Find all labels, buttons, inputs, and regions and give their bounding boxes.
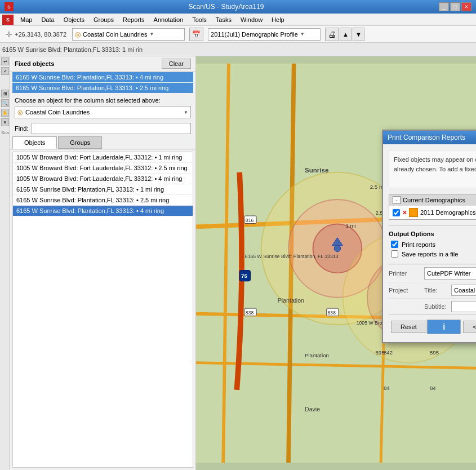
printer-select[interactable]: CutePDF Writer ▼ bbox=[424, 267, 476, 280]
app-logo: S bbox=[2, 15, 14, 25]
menu-tools[interactable]: Tools bbox=[188, 15, 211, 24]
source-layer-label: Choose an object for the column slot sel… bbox=[15, 97, 191, 104]
clear-button[interactable]: Clear bbox=[162, 59, 191, 69]
object-item-5[interactable]: 6165 W Sunrise Blvd: Plantation,FL 33313… bbox=[13, 206, 193, 216]
print-btn[interactable]: 🖨 bbox=[325, 28, 339, 41]
fixed-item-0[interactable]: 6165 W Sunrise Blvd: Plantation,FL 33313… bbox=[12, 72, 193, 82]
tab-objects[interactable]: Objects bbox=[12, 136, 57, 149]
location-dropdown-arrow: ▼ bbox=[149, 32, 154, 37]
zoom-btn[interactable]: 🔍 bbox=[1, 99, 9, 107]
find-input[interactable] bbox=[32, 123, 191, 134]
svg-text:1 mi: 1 mi bbox=[345, 223, 355, 229]
reports-section: - Current Demographics ✕ ... 2011 Demogr… bbox=[389, 194, 476, 220]
tabs-row: Objects Groups bbox=[10, 136, 195, 149]
print-dialog: Print Comparison Reports ✕ Fixed objects… bbox=[382, 130, 476, 343]
source-layer-arrow: ▼ bbox=[184, 110, 188, 115]
dialog-intro: Fixed objects may appear on every page f… bbox=[389, 150, 476, 188]
section-expand-btn[interactable]: - bbox=[393, 196, 401, 204]
report-checkbox-0[interactable] bbox=[393, 209, 400, 216]
maximize-button[interactable]: □ bbox=[450, 2, 460, 11]
menu-tasks[interactable]: Tasks bbox=[211, 15, 236, 24]
object-list: 1005 W Broward Blvd: Fort Lauderdale,FL … bbox=[12, 152, 193, 468]
fixed-objects-title: Fixed objects bbox=[15, 60, 54, 67]
menu-bar: S Map Data Objects Groups Reports Annota… bbox=[0, 14, 476, 26]
section-header: - Current Demographics bbox=[389, 194, 476, 206]
object-item-2[interactable]: 1005 W Broward Blvd: Fort Lauderdale,FL … bbox=[13, 174, 193, 184]
print-reports-checkbox[interactable] bbox=[391, 241, 398, 248]
tab-groups[interactable]: Groups bbox=[58, 136, 102, 149]
toolbar-action-btns: 🖨 ▲ ▼ bbox=[325, 28, 364, 41]
content-area: ↩ ✓ ⊞ 🔍 ✋ ≡ Sca Fixed objects Clear 6165… bbox=[0, 56, 476, 470]
svg-text:Sunrise: Sunrise bbox=[305, 167, 329, 174]
toolbar-icons: 📅 bbox=[189, 28, 203, 41]
save-reports-row: Save reports in a file bbox=[389, 250, 476, 258]
report-list-area: - Current Demographics ✕ ... 2011 Demogr… bbox=[389, 194, 476, 225]
subtitle-input[interactable] bbox=[451, 301, 476, 312]
source-layer-section: Choose an object for the column slot sel… bbox=[10, 94, 195, 121]
printer-row: Printer CutePDF Writer ▼ ⚙ bbox=[389, 264, 476, 282]
report-section-row: - Current Demographics ✕ ... 2011 Demogr… bbox=[389, 194, 476, 225]
source-layer-dropdown[interactable]: ◎ Coastal Coin Laundries ▼ bbox=[15, 106, 191, 118]
reset-button[interactable]: Reset bbox=[391, 321, 426, 333]
svg-text:838: 838 bbox=[246, 310, 254, 316]
object-item-3[interactable]: 6165 W Sunrise Blvd: Plantation,FL 33313… bbox=[13, 184, 193, 195]
minimize-button[interactable]: _ bbox=[439, 2, 449, 11]
svg-text:Plantation: Plantation bbox=[278, 297, 304, 304]
menu-help[interactable]: Help bbox=[267, 15, 289, 24]
location-text: Coastal Coin Laundries bbox=[83, 31, 147, 38]
fixed-items-list: 6165 W Sunrise Blvd: Plantation,FL 33313… bbox=[10, 72, 195, 94]
menu-reports[interactable]: Reports bbox=[118, 15, 149, 24]
close-button[interactable]: ✕ bbox=[461, 2, 471, 11]
svg-text:595: 595 bbox=[375, 349, 384, 356]
address-bar: 6165 W Sunrise Blvd: Plantation,FL 33313… bbox=[0, 43, 476, 56]
object-item-1[interactable]: 1005 W Broward Blvd: Fort Lauderdale,FL … bbox=[13, 163, 193, 174]
pan-btn[interactable]: ✋ bbox=[1, 109, 9, 117]
project-label: Project bbox=[389, 287, 420, 294]
object-item-0[interactable]: 1005 W Broward Blvd: Fort Lauderdale,FL … bbox=[13, 152, 193, 163]
dialog-footer: Reset i < Back Next > ⊕ Print Close bbox=[389, 314, 476, 336]
info-button[interactable]: i bbox=[427, 320, 461, 334]
title-bar: S Scan/US - StudyArea119 _ □ ✕ bbox=[0, 0, 476, 14]
object-item-4[interactable]: 6165 W Sunrise Blvd: Plantation,FL 33313… bbox=[13, 195, 193, 206]
source-layer-text: Coastal Coin Laundries bbox=[25, 109, 90, 116]
dialog-title-bar: Print Comparison Reports ✕ bbox=[383, 131, 476, 144]
svg-text:816: 816 bbox=[246, 218, 254, 223]
save-reports-checkbox[interactable] bbox=[391, 250, 398, 258]
scale-label: Sca bbox=[1, 130, 8, 135]
nav-down-btn[interactable]: ▼ bbox=[353, 28, 364, 41]
fixed-objects-header: Fixed objects Clear bbox=[10, 56, 195, 72]
print-reports-row: Print reports bbox=[389, 241, 476, 248]
menu-annotation[interactable]: Annotation bbox=[149, 15, 188, 24]
dialog-title: Print Comparison Reports bbox=[388, 134, 465, 141]
sidebar: Fixed objects Clear 6165 W Sunrise Blvd:… bbox=[10, 56, 196, 470]
undo-btn[interactable]: ↩ bbox=[1, 57, 9, 65]
menu-window[interactable]: Window bbox=[236, 15, 267, 24]
fixed-item-1[interactable]: 6165 W Sunrise Blvd: Plantation,FL 33313… bbox=[12, 83, 193, 93]
report-item-0: ✕ ... 2011 Demographics: comparing areas… bbox=[389, 206, 476, 219]
menu-groups[interactable]: Groups bbox=[89, 15, 118, 24]
find-row: Find: bbox=[10, 121, 195, 136]
menu-objects[interactable]: Objects bbox=[59, 15, 89, 24]
check-btn[interactable]: ✓ bbox=[1, 67, 9, 75]
section-title: Current Demographics bbox=[403, 197, 465, 203]
title-input[interactable] bbox=[451, 285, 476, 296]
report-icon: ... bbox=[409, 208, 418, 217]
report-text: 2011(Jul1) Demographic Profile bbox=[211, 31, 298, 38]
title-label: Title: bbox=[424, 287, 447, 294]
layer-btn[interactable]: ⊞ bbox=[1, 90, 9, 97]
menu-data[interactable]: Data bbox=[37, 15, 59, 24]
nav-up-btn[interactable]: ▲ bbox=[340, 28, 352, 41]
svg-text:Davie: Davie bbox=[305, 406, 320, 413]
report-dropdown[interactable]: 2011(Jul1) Demographic Profile ▼ bbox=[208, 28, 321, 41]
dialog-intro-text: Fixed objects may appear on every page f… bbox=[394, 155, 476, 183]
left-panel: ↩ ✓ ⊞ 🔍 ✋ ≡ Sca bbox=[0, 56, 10, 470]
list-btn[interactable]: ≡ bbox=[1, 118, 9, 126]
printer-value: CutePDF Writer bbox=[427, 270, 470, 277]
report-x-icon: ✕ bbox=[402, 210, 407, 216]
location-dropdown[interactable]: ◎ Coastal Coin Laundries ▼ bbox=[72, 28, 185, 41]
back-button[interactable]: < Back bbox=[463, 321, 476, 333]
location-icon: ◎ bbox=[75, 30, 81, 38]
svg-text:Plantation: Plantation bbox=[305, 352, 329, 358]
menu-map[interactable]: Map bbox=[16, 15, 37, 24]
source-layer-icon: ◎ bbox=[17, 109, 23, 116]
